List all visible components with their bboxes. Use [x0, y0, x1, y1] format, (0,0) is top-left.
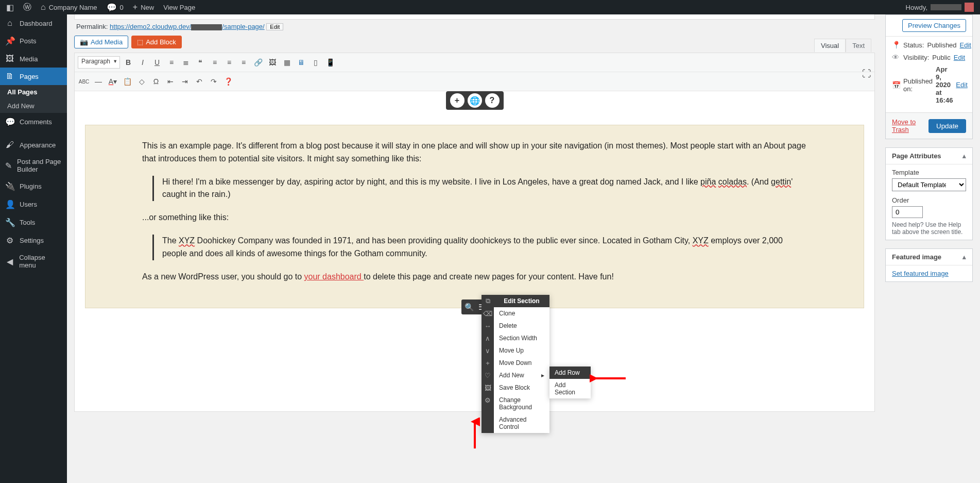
avatar-icon — [965, 3, 974, 12]
new-content-link[interactable]: +New — [133, 3, 154, 12]
view-page-link[interactable]: View Page — [163, 4, 195, 11]
comments-link[interactable]: 💬0 — [107, 3, 124, 12]
wp-logo-icon[interactable]: ⓦ — [23, 2, 31, 13]
site-name-link[interactable]: ⌂Company Name — [41, 3, 97, 12]
howdy-user[interactable]: Howdy, — [906, 3, 974, 12]
about-wp-icon[interactable]: ◧ — [6, 3, 14, 12]
admin-bar: ◧ ⓦ ⌂Company Name 💬0 +New View Page Howd… — [0, 0, 980, 14]
